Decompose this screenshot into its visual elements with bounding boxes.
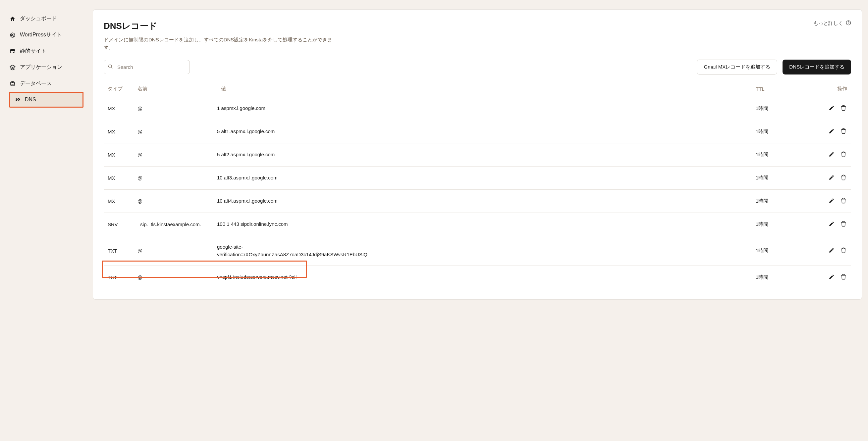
help-link[interactable]: もっと詳しく	[813, 20, 851, 27]
th-name: 名前	[133, 81, 213, 97]
edit-button[interactable]	[828, 220, 835, 229]
cell-type: MX	[104, 120, 133, 143]
svg-point-6	[848, 24, 849, 24]
cell-actions	[818, 266, 851, 289]
cell-ttl: 1時間	[752, 236, 818, 266]
delete-button[interactable]	[840, 273, 847, 281]
cell-actions	[818, 97, 851, 120]
edit-button[interactable]	[828, 128, 835, 136]
cell-type: MX	[104, 190, 133, 213]
th-ttl: TTL	[752, 81, 818, 97]
stack-icon	[9, 64, 16, 71]
edit-icon	[829, 151, 835, 158]
cell-ttl: 1時間	[752, 97, 818, 120]
dns-table: タイプ 名前 値 TTL 操作 MX@1 aspmx.l.google.com1…	[104, 81, 851, 289]
edit-button[interactable]	[828, 150, 835, 159]
sidebar-item-dns[interactable]: DNS	[9, 92, 84, 108]
trash-icon	[840, 105, 846, 112]
edit-icon	[829, 105, 835, 112]
gmail-mx-button[interactable]: Gmail MXレコードを追加する	[697, 60, 777, 74]
sidebar-item-dashboard[interactable]: ダッシュボード	[0, 10, 93, 27]
cell-ttl: 1時間	[752, 266, 818, 289]
add-dns-button[interactable]: DNSレコードを追加する	[782, 60, 851, 74]
svg-point-2	[19, 98, 19, 99]
cell-type: TXT	[104, 236, 133, 266]
home-icon	[9, 15, 16, 22]
wordpress-icon	[9, 32, 16, 38]
svg-rect-0	[10, 49, 15, 53]
dns-icon	[14, 96, 21, 103]
cell-type: SRV	[104, 213, 133, 236]
cell-value: 100 1 443 sipdir.online.lync.com	[213, 213, 752, 236]
browser-icon	[9, 48, 16, 55]
main-content: DNSレコード もっと詳しく ドメインに無制限のDNSレコードを追加し、すべての…	[93, 0, 868, 441]
th-value: 値	[213, 81, 752, 97]
help-link-label: もっと詳しく	[813, 20, 843, 27]
trash-icon	[840, 274, 846, 281]
sidebar: ダッシュボード WordPressサイト 静的サイト アプリケーション データベ…	[0, 0, 93, 441]
cell-value: 10 alt4.aspmx.l.google.com	[213, 190, 752, 213]
table-row: MX@10 alt3.aspmx.l.google.com1時間	[104, 167, 851, 190]
th-actions: 操作	[818, 81, 851, 97]
edit-button[interactable]	[828, 174, 835, 182]
th-type: タイプ	[104, 81, 133, 97]
svg-point-7	[108, 65, 112, 68]
edit-button[interactable]	[828, 273, 835, 281]
trash-icon	[840, 221, 846, 228]
cell-actions	[818, 143, 851, 167]
edit-button[interactable]	[828, 247, 835, 255]
sidebar-item-static[interactable]: 静的サイト	[0, 43, 93, 59]
svg-point-1	[10, 81, 14, 83]
table-row: SRV_sip._tls.kinstaexample.com.100 1 443…	[104, 213, 851, 236]
cell-name: @	[133, 120, 213, 143]
trash-icon	[840, 151, 846, 158]
search-wrap	[104, 60, 190, 74]
edit-icon	[829, 174, 835, 181]
cell-type: MX	[104, 97, 133, 120]
delete-button[interactable]	[840, 104, 847, 112]
table-row: MX@1 aspmx.l.google.com1時間	[104, 97, 851, 120]
sidebar-item-label: 静的サイト	[20, 48, 46, 55]
cell-actions	[818, 236, 851, 266]
sidebar-item-applications[interactable]: アプリケーション	[0, 59, 93, 75]
delete-button[interactable]	[840, 128, 847, 136]
delete-button[interactable]	[840, 247, 847, 255]
cell-ttl: 1時間	[752, 190, 818, 213]
edit-button[interactable]	[828, 197, 835, 205]
delete-button[interactable]	[840, 197, 847, 205]
cell-value: 5 alt1.aspmx.l.google.com	[213, 120, 752, 143]
edit-icon	[829, 274, 835, 281]
cell-value: v=spf1 include:servers.mcsv.net ?all	[213, 266, 752, 289]
edit-icon	[829, 221, 835, 228]
svg-point-3	[19, 99, 20, 100]
sidebar-item-label: データベース	[20, 80, 52, 87]
delete-button[interactable]	[840, 174, 847, 182]
cell-value: 1 aspmx.l.google.com	[213, 97, 752, 120]
cell-value: 5 alt2.aspmx.l.google.com	[213, 143, 752, 167]
edit-button[interactable]	[828, 104, 835, 112]
delete-button[interactable]	[840, 150, 847, 159]
cell-ttl: 1時間	[752, 120, 818, 143]
svg-point-4	[16, 100, 17, 101]
cell-ttl: 1時間	[752, 213, 818, 236]
cell-type: MX	[104, 167, 133, 190]
sidebar-item-database[interactable]: データベース	[0, 75, 93, 92]
sidebar-item-label: DNS	[25, 97, 36, 103]
cell-name: _sip._tls.kinstaexample.com.	[133, 213, 213, 236]
cell-name: @	[133, 167, 213, 190]
sidebar-item-label: アプリケーション	[20, 64, 62, 71]
table-row: TXT@google-site-verification=rXOxyZounnZ…	[104, 236, 851, 266]
sidebar-item-label: ダッシュボード	[20, 15, 57, 22]
table-row: TXT@v=spf1 include:servers.mcsv.net ?all…	[104, 266, 851, 289]
cell-actions	[818, 213, 851, 236]
search-input[interactable]	[104, 60, 190, 74]
delete-button[interactable]	[840, 220, 847, 229]
page-description: ドメインに無制限のDNSレコードを追加し、すべてのDNS設定をKinstaを介し…	[104, 36, 336, 52]
cell-ttl: 1時間	[752, 167, 818, 190]
cell-type: TXT	[104, 266, 133, 289]
sidebar-item-label: WordPressサイト	[20, 31, 62, 38]
edit-icon	[829, 128, 835, 135]
trash-icon	[840, 247, 846, 254]
sidebar-item-wordpress[interactable]: WordPressサイト	[0, 27, 93, 43]
trash-icon	[840, 128, 846, 135]
